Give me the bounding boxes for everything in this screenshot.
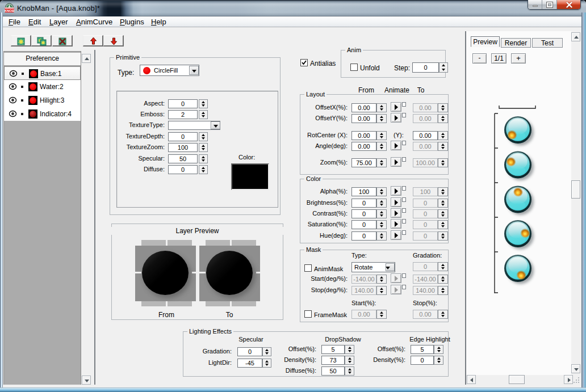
svg-text:KNOB: KNOB: [5, 9, 15, 12]
